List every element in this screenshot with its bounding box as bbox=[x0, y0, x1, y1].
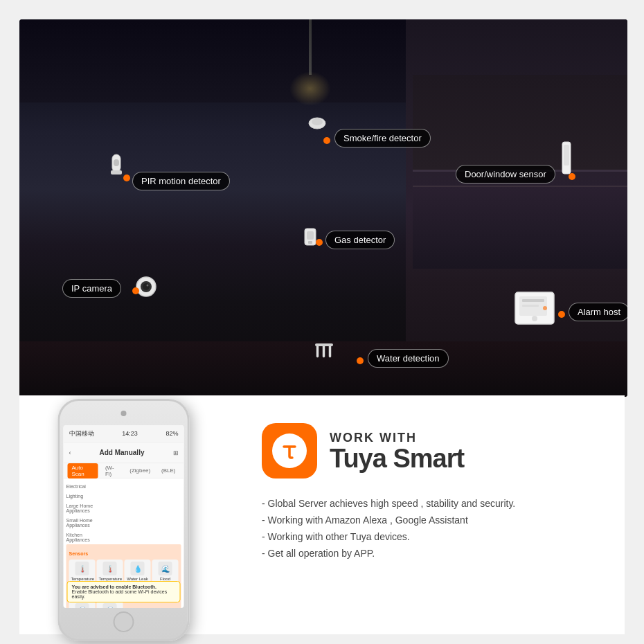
smoke-label: Smoke/fire detector bbox=[334, 129, 431, 147]
phone-home-button[interactable] bbox=[114, 611, 134, 632]
phone-tab-ble[interactable]: (BLE) bbox=[157, 466, 179, 475]
feature-list: - Global Server achieves high speed , st… bbox=[262, 498, 597, 559]
phone-mock: 中国移动 14:23 82% ‹ Add Manually ⊞ Auto Sca… bbox=[58, 399, 190, 641]
large-home-label: Large Home Appliances bbox=[66, 501, 101, 513]
kitchen-counter bbox=[413, 186, 627, 269]
phone-time: 14:23 bbox=[122, 430, 138, 437]
bluetooth-title: You are advised to enable Bluetooth. bbox=[72, 584, 176, 589]
flood1-icon: 🌊 bbox=[159, 562, 172, 575]
pir-motion-device bbox=[108, 151, 125, 178]
svg-rect-3 bbox=[114, 159, 119, 166]
feature-item-1: - Global Server achieves high speed , st… bbox=[262, 498, 597, 509]
smoke-detector-device bbox=[307, 116, 327, 133]
phone-battery: 82% bbox=[166, 430, 178, 437]
gas-dot bbox=[316, 239, 323, 246]
phone-expand-icon[interactable]: ⊞ bbox=[173, 449, 179, 456]
svg-rect-21 bbox=[323, 345, 325, 357]
page-wrapper: Smoke/fire detector PIR motion detector … bbox=[0, 0, 644, 644]
svg-rect-9 bbox=[308, 241, 312, 244]
flood3-icon: 🌊 bbox=[103, 603, 117, 608]
smoke-dot bbox=[323, 137, 330, 144]
temp2-icon: 🌡️ bbox=[103, 562, 117, 575]
gas-detector-device bbox=[303, 227, 317, 249]
phone-carrier: 中国移动 bbox=[69, 429, 94, 438]
svg-rect-20 bbox=[316, 345, 319, 357]
tuya-text-area: WORK WITH Tuya Smart bbox=[330, 431, 464, 472]
flood2-icon: 🌊 bbox=[75, 603, 89, 608]
tuya-logo-area: WORK WITH Tuya Smart bbox=[262, 423, 597, 478]
svg-rect-22 bbox=[329, 345, 331, 357]
phone-screen: 中国移动 14:23 82% ‹ Add Manually ⊞ Auto Sca… bbox=[64, 425, 184, 608]
phone-tab-autoscan[interactable]: Auto Scan bbox=[68, 463, 98, 478]
svg-point-1 bbox=[312, 118, 323, 125]
alarm-host-dot bbox=[558, 311, 565, 318]
alarm-host-device bbox=[514, 291, 555, 328]
svg-point-12 bbox=[143, 283, 150, 290]
room-scene: Smoke/fire detector PIR motion detector … bbox=[19, 19, 627, 397]
alarm-host-label: Alarm host bbox=[569, 303, 627, 321]
water-detection-label: Water detection bbox=[368, 349, 449, 368]
feature-item-4: - Get all operation by APP. bbox=[262, 548, 597, 559]
light-fixture bbox=[309, 19, 312, 75]
svg-point-19 bbox=[543, 306, 547, 310]
door-window-label: Door/window sensor bbox=[456, 165, 555, 184]
bluetooth-banner: You are advised to enable Bluetooth. Ena… bbox=[67, 581, 181, 602]
svg-rect-6 bbox=[564, 145, 569, 166]
tuya-icon-inner bbox=[272, 433, 307, 468]
phone-nav: ‹ Add Manually ⊞ bbox=[64, 442, 184, 463]
kitchen-upper-cabinets bbox=[413, 75, 627, 172]
phone-tab-zigbee[interactable]: (Zigbee) bbox=[125, 466, 154, 475]
sensors-label: Sensors bbox=[69, 551, 89, 556]
category-lighting: Lighting bbox=[66, 491, 181, 499]
lighting-label: Lighting bbox=[66, 491, 94, 499]
small-home-label: Small Home Appliances bbox=[66, 515, 94, 528]
temp1-icon: 🌡️ bbox=[75, 562, 89, 575]
electrical-label: Electrical bbox=[66, 481, 94, 489]
svg-rect-4 bbox=[111, 170, 122, 175]
category-large-home: Large Home Appliances bbox=[66, 501, 181, 513]
water-leak-icon: 💧 bbox=[131, 562, 145, 575]
ip-camera-dot bbox=[132, 287, 139, 294]
work-with-text: WORK WITH bbox=[330, 431, 464, 445]
pir-dot bbox=[123, 175, 130, 181]
water-detection-device bbox=[314, 343, 334, 361]
pir-label: PIR motion detector bbox=[132, 172, 230, 190]
feature-item-3: - Working with other Tuya devices. bbox=[262, 531, 597, 542]
kitchen-label: Kitchen Appliances bbox=[66, 530, 94, 542]
door-window-device bbox=[560, 141, 573, 178]
phone-nav-title: Add Manually bbox=[71, 449, 173, 456]
gas-label: Gas detector bbox=[325, 231, 395, 249]
phone-status-bar: 中国移动 14:23 82% bbox=[64, 425, 184, 442]
svg-rect-18 bbox=[522, 305, 539, 307]
water-detection-dot bbox=[357, 357, 364, 364]
svg-rect-8 bbox=[307, 231, 314, 240]
phone-tab-wifi[interactable]: (W-Fi) bbox=[101, 463, 123, 478]
tuya-logo-svg bbox=[277, 438, 302, 463]
tuya-icon bbox=[262, 423, 317, 478]
svg-rect-17 bbox=[522, 299, 544, 302]
phone-section: 中国移动 14:23 82% ‹ Add Manually ⊞ Auto Sca… bbox=[19, 395, 241, 634]
phone-camera bbox=[121, 411, 127, 416]
phone-tabs[interactable]: Auto Scan (W-Fi) (Zigbee) (BLE) bbox=[64, 463, 184, 478]
svg-point-16 bbox=[532, 316, 537, 321]
bluetooth-sub: Enable Bluetooth to add some Wi-Fi devic… bbox=[72, 589, 176, 599]
tuya-smart-text: Tuya Smart bbox=[330, 445, 464, 472]
svg-rect-23 bbox=[315, 343, 333, 346]
svg-point-13 bbox=[147, 285, 149, 287]
category-small-home: Small Home Appliances bbox=[66, 515, 181, 528]
door-window-dot bbox=[569, 173, 575, 180]
category-electrical: Electrical bbox=[66, 481, 181, 489]
feature-item-2: - Working with Amazon Alexa , Google Ass… bbox=[262, 515, 597, 526]
ip-camera-label: IP camera bbox=[62, 279, 121, 298]
light-bulb bbox=[289, 71, 331, 106]
tuya-section: WORK WITH Tuya Smart - Global Server ach… bbox=[241, 395, 625, 634]
bottom-section: 中国移动 14:23 82% ‹ Add Manually ⊞ Auto Sca… bbox=[19, 395, 625, 634]
category-kitchen: Kitchen Appliances bbox=[66, 530, 181, 542]
kitchen-area bbox=[406, 19, 627, 397]
